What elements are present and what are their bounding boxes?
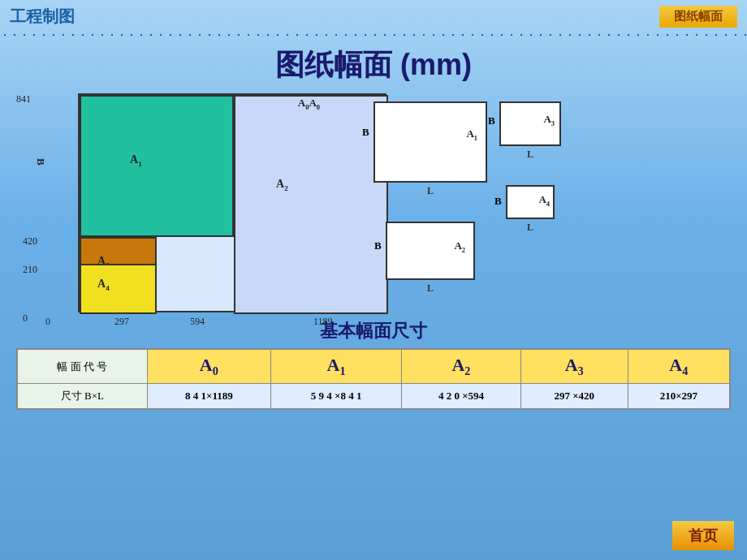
left-coordinate-diagram: 841 420 210 0 B A1 A2 (16, 93, 357, 312)
a4-label: A4 (97, 278, 110, 292)
cell-a2-size: 4 2 0 ×594 (402, 384, 521, 410)
b-label: B (34, 158, 47, 166)
b-label-a2: B (374, 239, 382, 252)
x-label-297: 297 (114, 316, 129, 328)
right-diagrams: B A1 L B A2 L (374, 93, 561, 312)
small-diagram-a1: B A1 L (374, 101, 487, 197)
page-badge: 图纸幅面 (659, 6, 737, 28)
small-diagram-a3: B A3 L (499, 101, 561, 161)
col-header-a3: A3 (520, 349, 628, 384)
l-label-a1: L (374, 185, 487, 197)
row-label: 尺寸 B×L (17, 384, 147, 410)
rect-a4: A4 (80, 264, 157, 314)
rect-a0: A1 A2 A3 A4 A0A0 (78, 93, 386, 312)
l-label-a2: L (386, 282, 475, 295)
main-title: 图纸幅面 (mm) (0, 45, 747, 85)
x-label-0: 0 (45, 316, 50, 328)
a3-rect: A3 (499, 101, 561, 146)
small-diagram-a4: B A4 L (506, 185, 555, 234)
cell-a0-size: 8 4 1×1189 (147, 384, 270, 410)
table-row: 尺寸 B×L 8 4 1×1189 5 9 4 ×8 4 1 4 2 0 ×59… (17, 384, 730, 410)
dot-divider (0, 31, 747, 39)
y-label-420: 420 (23, 235, 37, 248)
a1-small-label: A1 (466, 127, 477, 142)
app-title: 工程制图 (10, 6, 75, 28)
coord-diagram: A1 A2 A3 A4 A0A0 (78, 93, 386, 312)
y-label-841: 841 (16, 93, 31, 106)
header: 工程制图 图纸幅面 (0, 0, 747, 31)
rect-a1: A1 (80, 95, 234, 237)
a1-label: A1 (130, 153, 142, 168)
diagram-col-2: B A3 L B A4 L (499, 101, 561, 234)
small-diagram-a2: B A2 L (386, 222, 475, 295)
col-header-a4: A4 (628, 349, 730, 384)
l-label-a4: L (506, 222, 555, 234)
a1-rect: A1 (374, 101, 487, 183)
a0-a0-label: A0A0 (298, 97, 320, 111)
size-table: 幅 面 代 号 A0 A1 A2 A3 A4 尺寸 B×L 8 4 1×1189… (16, 348, 731, 410)
x-label-1189: 1189 (313, 316, 333, 328)
home-button[interactable]: 首页 (672, 521, 734, 550)
a2-label: A2 (276, 178, 288, 192)
y-label-0: 0 (23, 312, 28, 325)
col-header-a0: A0 (147, 349, 270, 384)
section-title: 基本幅面尺寸 (0, 319, 747, 343)
a2-rect: A2 (386, 222, 475, 280)
col-header-code: 幅 面 代 号 (17, 349, 147, 384)
cell-a4-size: 210×297 (628, 384, 730, 410)
content-area: 841 420 210 0 B A1 A2 (0, 93, 747, 312)
a4-rect: A4 (506, 185, 555, 219)
y-label-210: 210 (23, 264, 37, 276)
a4-small-label: A4 (538, 193, 550, 208)
l-label-a3: L (499, 149, 561, 161)
b-label-a1: B (362, 126, 369, 139)
x-label-594: 594 (190, 316, 205, 328)
cell-a3-size: 297 ×420 (520, 384, 628, 410)
b-label-a4: B (494, 195, 502, 208)
a2-small-label: A2 (454, 239, 465, 254)
diagram-col-1: B A1 L B A2 L (374, 101, 487, 295)
cell-a1-size: 5 9 4 ×8 4 1 (271, 384, 402, 410)
a3-small-label: A3 (543, 113, 555, 127)
b-label-a3: B (488, 114, 495, 127)
col-header-a2: A2 (402, 349, 521, 384)
col-header-a1: A1 (271, 349, 402, 384)
